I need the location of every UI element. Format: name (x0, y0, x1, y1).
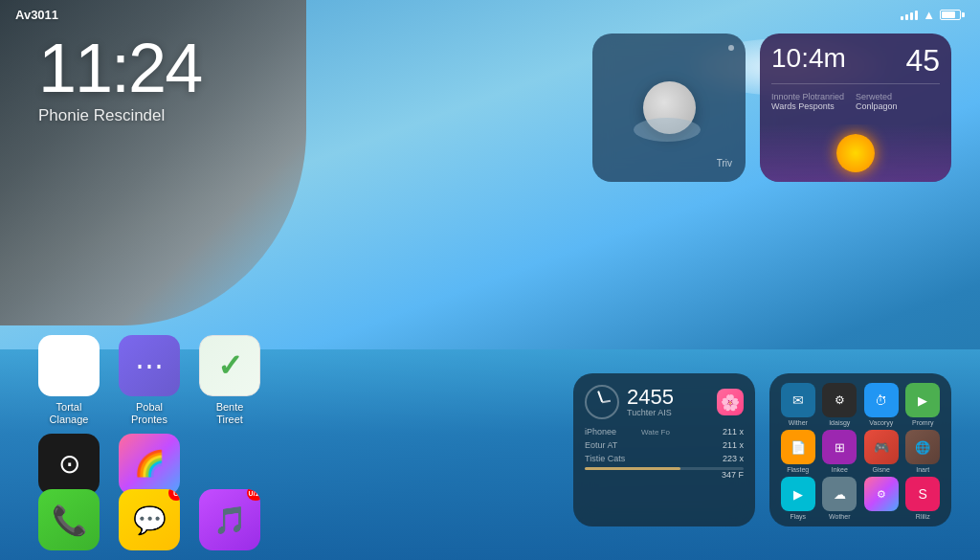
folder-app-flasteg[interactable]: 📄 Flasteg (779, 430, 817, 473)
music-badge: U/10 (247, 489, 260, 501)
carrier-label: Av3011 (15, 8, 58, 22)
dock: 📞 💬 U 🎵 U/10 (38, 489, 260, 550)
app-bente-tireet[interactable]: ✓ BenteTireet (199, 335, 260, 426)
dock-music[interactable]: 🎵 U/10 (199, 489, 260, 550)
clock-section: 11:24 Phonie Rescindel (38, 34, 201, 125)
folder-app-wother[interactable]: ☁ Wother (821, 477, 859, 520)
tortal-label: TortalClanage (50, 401, 89, 426)
clock-subtitle: Phonie Rescindel (38, 106, 201, 125)
widget-time: 2455 (627, 387, 674, 408)
cloud-widget-label: Triv (717, 158, 732, 168)
moon-visual (643, 81, 696, 134)
signal-icon (901, 11, 918, 20)
stocks-list: iPhonee Wate Fo 211 x Eotur AT 211 x Tis… (585, 427, 744, 480)
folder-app-inart[interactable]: 🌐 Inart (904, 430, 943, 473)
stock-row-2: Eotur AT 211 x (585, 440, 744, 450)
dock-phone[interactable]: 📞 (38, 489, 100, 550)
tortal-icon[interactable] (38, 335, 100, 396)
widget-notification[interactable]: 10:4m 45 Innonte Plotranried Wards Pespo… (760, 34, 951, 182)
folder-app-misc[interactable]: ⚙ (862, 477, 901, 520)
stock-row-4: 347 F (585, 470, 744, 480)
app-tortal-clanage[interactable]: TortalClanage (38, 335, 100, 426)
folder-app-wither[interactable]: ✉ Wither (779, 383, 817, 426)
clock-analog (585, 385, 619, 419)
dock-messages[interactable]: 💬 U (119, 489, 180, 550)
widgets-bottom: 2455 Tuchter AIS 🌸 iPhonee Wate Fo 211 x… (573, 373, 951, 526)
folder-app-inkee[interactable]: ⊞ Inkee (821, 430, 859, 473)
messages-badge: U (168, 489, 180, 501)
bente-label: BenteTireet (216, 401, 244, 426)
wifi-icon: ▲ (923, 8, 935, 22)
flower-icon: 🌸 (717, 389, 744, 415)
notif-divider (771, 83, 940, 84)
notif-col1-title: Innonte Plotranried (771, 92, 856, 101)
app-pobal-prontes[interactable]: ⋯ PobalProntes (119, 335, 180, 426)
phone-icon[interactable]: 📞 (38, 489, 100, 550)
widget-time-label: Tuchter AIS (627, 408, 674, 417)
iphote-icon[interactable]: ⊙ (38, 434, 100, 495)
sunset-visual (836, 134, 875, 172)
app-grid-row1: TortalClanage ⋯ PobalProntes ✓ BenteTire… (38, 335, 260, 426)
notif-col2-value: Conlpagon (856, 101, 940, 111)
notif-columns: Innonte Plotranried Wards Pesponts Serwe… (771, 92, 940, 111)
widget-clock-stocks[interactable]: 2455 Tuchter AIS 🌸 iPhonee Wate Fo 211 x… (573, 373, 755, 526)
battery-icon (940, 10, 965, 20)
pobal-icon[interactable]: ⋯ (119, 335, 180, 396)
bente-icon[interactable]: ✓ (199, 335, 260, 396)
widget-app-folder[interactable]: ✉ Wither ⚙ Idaisgy ⏱ Vacoryy ▶ Promry 📄 (769, 373, 951, 526)
pobal-label: PobalProntes (131, 401, 167, 426)
stock-row-3: Tistie Cats 223 x (585, 454, 744, 463)
folder-app-idaisgy[interactable]: ⚙ Idaisgy (821, 383, 859, 426)
folder-app-flays[interactable]: ▶ Flays (779, 477, 817, 520)
folder-app-gisne[interactable]: 🎮 Gisne (862, 430, 901, 473)
notif-col1-value: Wards Pesponts (771, 101, 856, 111)
status-bar: Av3011 ▲ (0, 8, 980, 22)
notif-count: 45 (905, 45, 940, 76)
weather-icon[interactable]: 🌈 (119, 434, 180, 495)
notif-col2-title: Serweted (856, 92, 940, 101)
music-icon[interactable]: 🎵 U/10 (199, 489, 260, 550)
folder-app-promry[interactable]: ▶ Promry (904, 383, 943, 426)
folder-app-vacoryy[interactable]: ⏱ Vacoryy (862, 383, 901, 426)
folder-app-rliliz[interactable]: S Rliliz (904, 477, 943, 520)
notif-time: 10:4m (771, 45, 846, 72)
messages-icon[interactable]: 💬 U (119, 489, 180, 550)
widget-cloud[interactable]: Triv (592, 34, 746, 182)
stock-row-1: iPhonee Wate Fo 211 x (585, 427, 744, 437)
status-icons: ▲ (901, 8, 965, 22)
widgets-top: Triv 10:4m 45 Innonte Plotranried Wards … (592, 34, 951, 182)
clock-time: 11:24 (38, 34, 201, 102)
